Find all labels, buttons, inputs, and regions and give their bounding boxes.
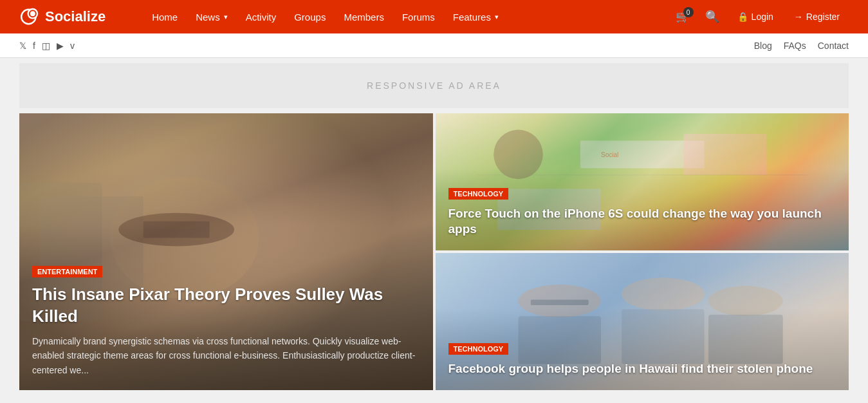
article-2-overlay: TECHNOLOGY Force Touch on the iPhone 6S …: [436, 176, 849, 250]
nav-forums[interactable]: Forums: [394, 6, 443, 28]
svg-rect-24: [530, 299, 588, 305]
main-article-card[interactable]: ENTERTAINMENT This Insane Pixar Theory P…: [19, 113, 433, 390]
main-nav: Home News ▾ Activity Groups Members Foru…: [144, 6, 669, 28]
cart-button[interactable]: 🛒 0: [669, 6, 696, 28]
svg-point-20: [708, 286, 783, 316]
main-article-excerpt: Dynamically brand synergistic schemas vi…: [32, 334, 420, 377]
blog-link[interactable]: Blog: [754, 41, 772, 51]
features-chevron-icon: ▾: [495, 13, 499, 21]
article-card-3[interactable]: TECHNOLOGY Facebook group helps people i…: [436, 253, 849, 390]
article-2-title: Force Touch on the iPhone 6S could chang…: [448, 206, 836, 238]
svg-point-19: [622, 277, 705, 310]
instagram-icon[interactable]: ◫: [42, 41, 50, 51]
svg-text:Social: Social: [601, 151, 618, 158]
nav-features[interactable]: Features ▾: [445, 6, 506, 28]
nav-members[interactable]: Members: [336, 6, 392, 28]
main-article-category: ENTERTAINMENT: [32, 266, 102, 277]
svg-rect-14: [683, 134, 766, 175]
article-3-title: Facebook group helps people in Hawaii fi…: [448, 361, 836, 377]
article-3-image-wrapper: TECHNOLOGY Facebook group helps people i…: [436, 253, 849, 390]
nav-groups[interactable]: Groups: [286, 6, 333, 28]
content-grid: ENTERTAINMENT This Insane Pixar Theory P…: [19, 113, 849, 390]
cart-badge: 0: [683, 7, 694, 17]
main-article-overlay: ENTERTAINMENT This Insane Pixar Theory P…: [19, 254, 433, 390]
search-button[interactable]: 🔍: [699, 6, 726, 28]
register-button[interactable]: → Register: [785, 8, 849, 26]
article-2-image-wrapper: Social TECHNOLOGY Force Touch on the iPh…: [436, 113, 849, 250]
article-3-overlay: TECHNOLOGY Facebook group helps people i…: [436, 331, 849, 390]
ad-area-text: RESPONSIVE AD AREA: [367, 80, 501, 91]
faqs-link[interactable]: FAQs: [784, 41, 806, 51]
social-icons: 𝕏 f ◫ ▶ v: [19, 41, 75, 51]
lock-icon: 🔒: [737, 12, 748, 22]
top-navigation: Socialize Home News ▾ Activity Groups Me…: [0, 0, 868, 33]
search-icon: 🔍: [705, 10, 719, 23]
facebook-icon[interactable]: f: [33, 41, 35, 51]
login-button[interactable]: 🔒 Login: [728, 8, 782, 26]
ad-area: RESPONSIVE AD AREA: [19, 63, 849, 108]
brand-name: Socialize: [45, 8, 106, 25]
secondary-links: Blog FAQs Contact: [754, 41, 849, 51]
secondary-bar: 𝕏 f ◫ ▶ v Blog FAQs Contact: [0, 33, 868, 58]
svg-point-11: [494, 130, 543, 180]
register-icon: →: [794, 12, 803, 22]
nav-news[interactable]: News ▾: [188, 6, 235, 28]
contact-link[interactable]: Contact: [818, 41, 849, 51]
svg-point-2: [30, 11, 35, 16]
main-article-title: This Insane Pixar Theory Proves Sulley W…: [32, 284, 420, 328]
news-chevron-icon: ▾: [224, 13, 228, 21]
brand-logo[interactable]: Socialize: [19, 6, 106, 27]
youtube-icon[interactable]: ▶: [57, 41, 64, 51]
article-2-category: TECHNOLOGY: [448, 188, 509, 200]
nav-right: 🛒 0 🔍 🔒 Login → Register: [669, 6, 849, 28]
nav-home[interactable]: Home: [144, 6, 185, 28]
svg-point-9: [143, 207, 210, 229]
article-3-category: TECHNOLOGY: [448, 343, 509, 355]
twitter-icon[interactable]: 𝕏: [19, 41, 26, 51]
brand-icon: [19, 6, 40, 27]
article-card-2[interactable]: Social TECHNOLOGY Force Touch on the iPh…: [436, 113, 849, 250]
nav-activity[interactable]: Activity: [238, 6, 284, 28]
vimeo-icon[interactable]: v: [70, 41, 75, 51]
